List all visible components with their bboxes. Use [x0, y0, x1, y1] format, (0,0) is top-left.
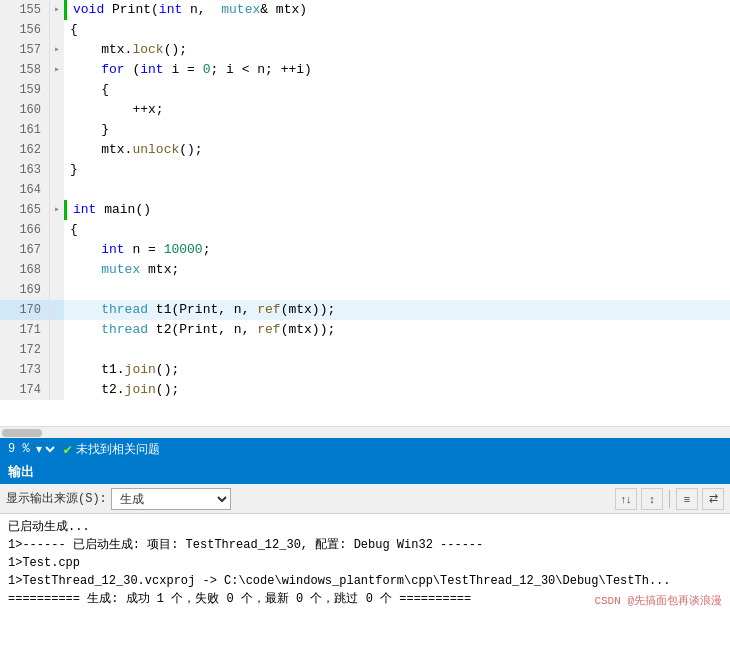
line-content	[64, 340, 730, 360]
line-content: for (int i = 0; i < n; ++i)	[64, 60, 730, 80]
code-line: 168 mutex mtx;	[0, 260, 730, 280]
line-content: t1.join();	[64, 360, 730, 380]
fold-indicator[interactable]: ▸	[50, 60, 64, 80]
code-line: 156 {	[0, 20, 730, 40]
source-select[interactable]: 生成 调试	[111, 488, 231, 510]
line-content	[64, 180, 730, 200]
line-content: void Print(int n, mutex& mtx)	[64, 0, 730, 20]
line-number: 174	[0, 380, 50, 400]
line-number: 164	[0, 180, 50, 200]
code-line: 164	[0, 180, 730, 200]
line-content: {	[64, 220, 730, 240]
output-wrapper: 输出 显示输出来源(S): 生成 调试 ↑↓ ↕ ≡ ⇄ 已启动生成... 1>…	[0, 460, 730, 612]
status-message: ✔ 未找到相关问题	[64, 441, 160, 458]
line-number: 170	[0, 300, 50, 320]
code-line: 174 t2.join();	[0, 380, 730, 400]
line-number: 162	[0, 140, 50, 160]
code-editor: 155 ▸ void Print(int n, mutex& mtx) 156 …	[0, 0, 730, 460]
check-icon: ✔	[64, 441, 72, 458]
code-line: 162 mtx.unlock();	[0, 140, 730, 160]
output-panel-header: 输出	[0, 460, 730, 484]
zoom-control: 9 % ▾	[8, 441, 58, 457]
line-number: 156	[0, 20, 50, 40]
code-lines: 155 ▸ void Print(int n, mutex& mtx) 156 …	[0, 0, 730, 426]
line-content: mutex mtx;	[64, 260, 730, 280]
line-number: 157	[0, 40, 50, 60]
fold-indicator	[50, 260, 64, 280]
line-number: 160	[0, 100, 50, 120]
toolbar-btn-3[interactable]: ≡	[676, 488, 698, 510]
code-line: 171 thread t2(Print, n, ref(mtx));	[0, 320, 730, 340]
line-number: 172	[0, 340, 50, 360]
code-line: 169	[0, 280, 730, 300]
line-content: t2.join();	[64, 380, 730, 400]
line-number: 161	[0, 120, 50, 140]
line-content: }	[64, 160, 730, 180]
fold-indicator[interactable]: ▸	[50, 0, 64, 20]
line-content: int n = 10000;	[64, 240, 730, 260]
line-number: 167	[0, 240, 50, 260]
line-content: {	[64, 20, 730, 40]
line-number: 166	[0, 220, 50, 240]
fold-indicator	[50, 100, 64, 120]
code-line: 166 {	[0, 220, 730, 240]
line-content: thread t2(Print, n, ref(mtx));	[64, 320, 730, 340]
code-line: 163 }	[0, 160, 730, 180]
toolbar-btn-4[interactable]: ⇄	[702, 488, 724, 510]
scrollbar-thumb[interactable]	[2, 429, 42, 437]
toolbar-separator	[669, 490, 670, 508]
fold-indicator	[50, 320, 64, 340]
fold-indicator	[50, 220, 64, 240]
code-line: 158 ▸ for (int i = 0; i < n; ++i)	[0, 60, 730, 80]
fold-indicator	[50, 180, 64, 200]
fold-indicator	[50, 300, 64, 320]
fold-indicator[interactable]: ▸	[50, 200, 64, 220]
fold-indicator	[50, 240, 64, 260]
horizontal-scrollbar[interactable]	[0, 426, 730, 438]
output-line: 1>------ 已启动生成: 项目: TestThread_12_30, 配置…	[8, 536, 722, 554]
fold-indicator	[50, 20, 64, 40]
code-line: 157 ▸ mtx.lock();	[0, 40, 730, 60]
line-content: ++x;	[64, 100, 730, 120]
code-line: 155 ▸ void Print(int n, mutex& mtx)	[0, 0, 730, 20]
line-content: int main()	[64, 200, 730, 220]
line-content: mtx.unlock();	[64, 140, 730, 160]
line-number: 173	[0, 360, 50, 380]
code-line: 161 }	[0, 120, 730, 140]
zoom-value: 9 %	[8, 442, 30, 456]
line-content	[64, 280, 730, 300]
code-line: 160 ++x;	[0, 100, 730, 120]
line-content: }	[64, 120, 730, 140]
toolbar-btn-2[interactable]: ↕	[641, 488, 663, 510]
toolbar-btn-1[interactable]: ↑↓	[615, 488, 637, 510]
line-number: 155	[0, 0, 50, 20]
fold-indicator: ▸	[50, 40, 64, 60]
fold-indicator	[50, 360, 64, 380]
fold-indicator	[50, 120, 64, 140]
fold-indicator	[50, 160, 64, 180]
fold-indicator	[50, 340, 64, 360]
line-content: mtx.lock();	[64, 40, 730, 60]
line-number: 168	[0, 260, 50, 280]
status-bar: 9 % ▾ ✔ 未找到相关问题	[0, 438, 730, 460]
fold-indicator	[50, 380, 64, 400]
code-line: 173 t1.join();	[0, 360, 730, 380]
code-line-highlighted: 170 thread t1(Print, n, ref(mtx));	[0, 300, 730, 320]
output-line: 1>Test.cpp	[8, 554, 722, 572]
line-number: 159	[0, 80, 50, 100]
fold-indicator	[50, 140, 64, 160]
code-line: 165 ▸ int main()	[0, 200, 730, 220]
line-number: 171	[0, 320, 50, 340]
zoom-dropdown[interactable]: ▾	[32, 441, 58, 457]
line-number: 158	[0, 60, 50, 80]
line-number: 165	[0, 200, 50, 220]
show-output-label: 显示输出来源(S):	[6, 490, 107, 507]
line-content: thread t1(Print, n, ref(mtx));	[64, 300, 730, 320]
line-number: 169	[0, 280, 50, 300]
fold-indicator	[50, 280, 64, 300]
code-line: 159 {	[0, 80, 730, 100]
output-toolbar: 显示输出来源(S): 生成 调试 ↑↓ ↕ ≡ ⇄	[0, 484, 730, 514]
line-number: 163	[0, 160, 50, 180]
output-line: 1>TestThread_12_30.vcxproj -> C:\code\wi…	[8, 572, 722, 590]
fold-indicator	[50, 80, 64, 100]
